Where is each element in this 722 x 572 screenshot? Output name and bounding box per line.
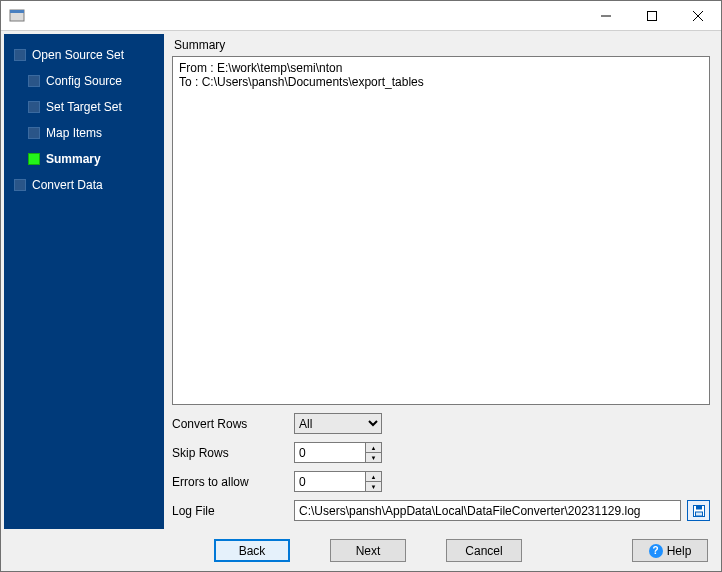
cancel-button-label: Cancel [465, 544, 502, 558]
sidebar-item-open-source-set[interactable]: Open Source Set [14, 42, 158, 68]
log-file-input[interactable] [294, 500, 681, 521]
svg-rect-7 [696, 505, 702, 509]
spin-up-icon[interactable]: ▲ [366, 472, 381, 482]
spin-up-icon[interactable]: ▲ [366, 443, 381, 453]
section-title: Summary [172, 36, 710, 56]
log-file-label: Log File [172, 504, 294, 518]
step-label: Convert Data [32, 178, 103, 192]
step-box-icon [28, 127, 40, 139]
app-icon [9, 8, 25, 24]
svg-rect-8 [695, 512, 702, 516]
close-button[interactable] [675, 1, 721, 30]
step-box-icon [28, 153, 40, 165]
step-label: Set Target Set [46, 100, 122, 114]
errors-label: Errors to allow [172, 475, 294, 489]
step-label: Config Source [46, 74, 122, 88]
back-button[interactable]: Back [214, 539, 290, 562]
skip-rows-label: Skip Rows [172, 446, 294, 460]
skip-rows-input[interactable] [294, 442, 365, 463]
minimize-button[interactable] [583, 1, 629, 30]
next-button[interactable]: Next [330, 539, 406, 562]
back-button-label: Back [239, 544, 266, 558]
wizard-window: Open Source Set Config Source Set Target… [0, 0, 722, 572]
spin-down-icon[interactable]: ▼ [366, 482, 381, 491]
disk-icon [692, 504, 706, 518]
titlebar [1, 1, 721, 31]
sidebar-item-map-items[interactable]: Map Items [14, 120, 158, 146]
svg-rect-1 [10, 10, 24, 13]
browse-log-button[interactable] [687, 500, 710, 521]
step-label: Open Source Set [32, 48, 124, 62]
next-button-label: Next [356, 544, 381, 558]
sidebar-item-config-source[interactable]: Config Source [14, 68, 158, 94]
convert-rows-select[interactable]: All [294, 413, 382, 434]
sidebar-item-convert-data[interactable]: Convert Data [14, 172, 158, 198]
summary-to-line: To : C:\Users\pansh\Documents\export_tab… [179, 75, 424, 89]
maximize-button[interactable] [629, 1, 675, 30]
errors-stepper[interactable]: ▲ ▼ [294, 471, 382, 492]
step-label: Summary [46, 152, 101, 166]
sidebar-item-set-target-set[interactable]: Set Target Set [14, 94, 158, 120]
step-box-icon [14, 179, 26, 191]
help-button[interactable]: ? Help [632, 539, 708, 562]
skip-rows-stepper[interactable]: ▲ ▼ [294, 442, 382, 463]
summary-from-line: From : E:\work\temp\semi\nton [179, 61, 342, 75]
step-box-icon [28, 101, 40, 113]
button-bar: Back Next Cancel ? Help [4, 529, 718, 568]
step-box-icon [28, 75, 40, 87]
help-button-label: Help [667, 544, 692, 558]
content-pane: Summary From : E:\work\temp\semi\nton To… [164, 34, 718, 529]
step-label: Map Items [46, 126, 102, 140]
help-icon: ? [649, 544, 663, 558]
window-controls [583, 1, 721, 30]
sidebar-item-summary[interactable]: Summary [14, 146, 158, 172]
convert-rows-label: Convert Rows [172, 417, 294, 431]
spin-down-icon[interactable]: ▼ [366, 453, 381, 462]
steps-sidebar: Open Source Set Config Source Set Target… [4, 34, 164, 529]
svg-rect-3 [648, 11, 657, 20]
errors-input[interactable] [294, 471, 365, 492]
summary-text[interactable]: From : E:\work\temp\semi\nton To : C:\Us… [172, 56, 710, 405]
client-area: Open Source Set Config Source Set Target… [1, 31, 721, 571]
cancel-button[interactable]: Cancel [446, 539, 522, 562]
step-box-icon [14, 49, 26, 61]
